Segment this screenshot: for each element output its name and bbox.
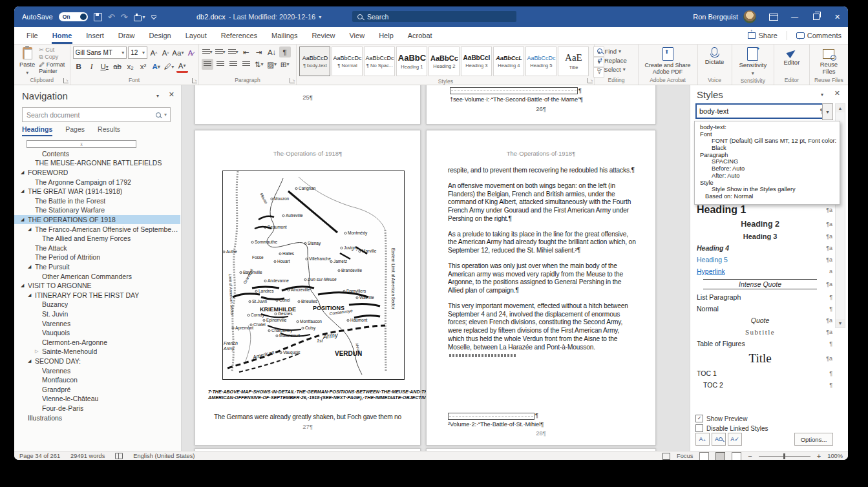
nav-item-blank[interactable]: ⊼ bbox=[14, 140, 180, 149]
scroll-up-icon[interactable]: ▲ bbox=[836, 104, 845, 112]
options-button[interactable]: Options... bbox=[794, 433, 833, 446]
nav-item[interactable]: Four-de-Paris bbox=[14, 404, 180, 413]
quick-command-button[interactable]: ▾ bbox=[134, 13, 145, 21]
nav-item[interactable]: ◢ITINERARY FOR THE FIRST DAY bbox=[14, 291, 180, 300]
style-item-quote[interactable]: Quote¶a bbox=[690, 315, 835, 326]
nav-item[interactable]: Buzancy bbox=[14, 300, 180, 309]
expanded-triangle-icon[interactable]: ◢ bbox=[28, 293, 35, 298]
style-item-hyperlink[interactable]: Hyperlinka bbox=[690, 265, 835, 277]
nav-item[interactable]: Contents bbox=[14, 149, 180, 159]
change-case-button[interactable]: Aa▾ bbox=[172, 47, 184, 58]
style-item-heading-3[interactable]: Heading 3¶a bbox=[690, 231, 835, 242]
style-item-intense-quote[interactable]: Intense Quote¶a bbox=[690, 277, 835, 291]
page-25[interactable]: 25¶ bbox=[195, 85, 421, 125]
nav-tab-results[interactable]: Results bbox=[98, 125, 120, 136]
clipboard-dialog-launcher[interactable]: ↘ bbox=[63, 78, 69, 83]
style-item-normal[interactable]: Normal¶ bbox=[690, 303, 835, 315]
style-card-heading5[interactable]: AaBbCcDcHeading 5 bbox=[525, 47, 556, 76]
multilevel-list-button[interactable]: ▾ bbox=[228, 47, 239, 57]
increase-indent-button[interactable]: ⇥ bbox=[253, 47, 265, 57]
decrease-indent-button[interactable]: ⇤ bbox=[240, 47, 252, 57]
nav-item[interactable]: ◢The Franco-American Offensive of Septem… bbox=[14, 224, 180, 234]
tab-home[interactable]: Home bbox=[45, 28, 79, 44]
style-card-normal[interactable]: AaBbCcDc¶ Normal bbox=[332, 47, 363, 76]
nav-item[interactable]: Illustrations bbox=[14, 413, 180, 422]
style-item-title[interactable]: Title¶a bbox=[690, 349, 835, 368]
select-button[interactable]: ▻Select▾ bbox=[597, 65, 635, 74]
style-inspector-button[interactable]: A bbox=[712, 433, 726, 446]
justify-button[interactable] bbox=[240, 59, 252, 70]
zoom-slider[interactable] bbox=[759, 456, 810, 457]
tab-review[interactable]: Review bbox=[304, 28, 342, 44]
style-item-toc-2[interactable]: TOC 2¶ bbox=[690, 379, 835, 391]
underline-button[interactable]: U▾ bbox=[99, 61, 111, 72]
style-name-combo[interactable]: body-text ¶ bbox=[695, 103, 827, 119]
sort-button[interactable]: A↓ bbox=[266, 47, 278, 57]
page-28[interactable]: The·Operations·of·1918¶ respite, and to … bbox=[426, 130, 656, 446]
style-item-heading-1[interactable]: Heading 1¶a bbox=[690, 202, 835, 218]
document-canvas[interactable]: 25¶ ¶ †see·Volume·I:·“The·Second·Battle·… bbox=[182, 85, 690, 451]
tab-design[interactable]: Design bbox=[142, 28, 178, 44]
nav-tab-headings[interactable]: Headings bbox=[22, 125, 52, 136]
navigation-close-icon[interactable]: ✕ bbox=[169, 90, 175, 99]
find-button[interactable]: Find▾ bbox=[597, 47, 635, 56]
nav-item[interactable]: THE MEUSE-ARGONNE BATTLEFIELDS bbox=[14, 158, 180, 168]
disable-linked-checkbox[interactable]: Disable Linked Styles bbox=[695, 424, 768, 432]
style-item-toc-1[interactable]: TOC 1¶ bbox=[690, 368, 835, 379]
style-card-heading3[interactable]: AaBbCcIHeading 3 bbox=[461, 47, 492, 76]
copy-button[interactable]: ⧉ Copy bbox=[39, 54, 67, 61]
document-search-input[interactable]: Search document ▾ bbox=[22, 107, 171, 122]
ribbon-display-options-button[interactable] bbox=[763, 6, 784, 27]
line-spacing-button[interactable]: ⇅▾ bbox=[253, 59, 265, 70]
show-preview-checkbox[interactable]: ✓ Show Preview bbox=[695, 415, 747, 422]
style-card-heading1[interactable]: AaBbCHeading 1 bbox=[396, 47, 427, 76]
bullets-button[interactable]: ▾ bbox=[202, 47, 213, 57]
numbering-button[interactable]: ▾ bbox=[215, 47, 226, 57]
tab-layout[interactable]: Layout bbox=[178, 28, 214, 44]
nav-item[interactable]: The Allied and Enemy Forces bbox=[14, 234, 180, 244]
borders-button[interactable]: ⊞▾ bbox=[279, 59, 291, 70]
tab-file[interactable]: File bbox=[19, 28, 45, 44]
print-layout-button[interactable] bbox=[715, 452, 725, 461]
expanded-triangle-icon[interactable]: ◢ bbox=[21, 217, 28, 222]
nav-tab-pages[interactable]: Pages bbox=[65, 125, 85, 136]
style-item-list-paragraph[interactable]: List Paragraph¶ bbox=[690, 291, 835, 303]
page-indicator[interactable]: Page 34 of 261 bbox=[19, 453, 60, 459]
nav-item[interactable]: Clermont-en-Argonne bbox=[14, 337, 180, 347]
nav-item[interactable]: ◢VISIT TO ARGONNE bbox=[14, 281, 180, 291]
style-item-heading-4[interactable]: Heading 4¶a bbox=[690, 242, 835, 254]
navigation-menu-caret-icon[interactable]: ▾ bbox=[156, 93, 159, 99]
style-card-heading4[interactable]: AaBbCcLHeading 4 bbox=[493, 47, 524, 76]
superscript-button[interactable]: x² bbox=[138, 61, 149, 72]
style-card-title[interactable]: AaETitle bbox=[558, 47, 589, 76]
grow-font-button[interactable]: A˄ bbox=[149, 47, 159, 58]
paste-button[interactable]: Paste ▾ bbox=[17, 47, 37, 76]
avatar[interactable] bbox=[743, 10, 756, 23]
nav-item[interactable]: The Battle in the Forest bbox=[14, 196, 180, 206]
redo-icon[interactable]: ↷ bbox=[121, 13, 128, 21]
zoom-in-button[interactable]: + bbox=[817, 452, 821, 460]
web-layout-button[interactable] bbox=[732, 452, 741, 461]
page-26[interactable]: ¶ †see·Volume·I:·“The·Second·Battle·of·t… bbox=[426, 85, 656, 125]
nav-item[interactable]: Varennes bbox=[14, 366, 180, 375]
nav-item[interactable]: ▷Sainte-Menehould bbox=[14, 347, 180, 357]
nav-item[interactable]: Vienne-le-Château bbox=[14, 394, 180, 404]
nav-item[interactable]: The Attack bbox=[14, 244, 180, 253]
language-indicator[interactable]: English (United States) bbox=[133, 453, 195, 459]
tab-help[interactable]: Help bbox=[372, 28, 401, 44]
search-input[interactable]: Search bbox=[352, 11, 516, 22]
shrink-font-button[interactable]: A˅ bbox=[160, 47, 171, 58]
font-name-select[interactable]: Gill Sans MT ▾ bbox=[73, 47, 127, 59]
nav-item[interactable]: ◢The Pursuit bbox=[14, 262, 180, 272]
bold-button[interactable]: B bbox=[73, 61, 85, 72]
expanded-triangle-icon[interactable]: ◢ bbox=[21, 283, 28, 288]
dictate-button[interactable]: Dictate bbox=[701, 47, 729, 67]
style-item-heading-5[interactable]: Heading 5¶a bbox=[690, 254, 835, 265]
tab-draw[interactable]: Draw bbox=[111, 28, 142, 44]
share-button[interactable]: Share bbox=[748, 32, 777, 39]
show-formatting-button[interactable]: ¶ bbox=[279, 47, 291, 57]
nav-item[interactable]: The Period of Attrition bbox=[14, 253, 180, 262]
nav-item[interactable]: St. Juvin bbox=[14, 309, 180, 319]
font-size-select[interactable]: 12 ▾ bbox=[128, 47, 147, 59]
nav-item[interactable]: Varennes bbox=[14, 318, 180, 328]
